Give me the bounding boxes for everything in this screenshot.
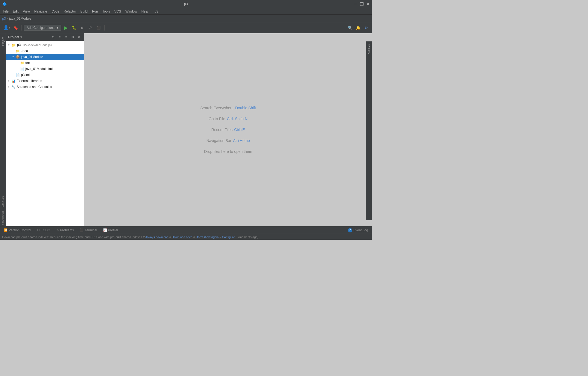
profile-button[interactable]: ⏱ (87, 24, 94, 31)
project-panel-actions: ⊕ ≡ ≡ ⚙ ✕ (50, 34, 82, 40)
menu-edit[interactable]: Edit (11, 9, 21, 14)
hint-recent-text: Recent Files (211, 128, 232, 132)
hint-gotofile-shortcut: Ctrl+Shift+N (227, 117, 247, 121)
coverage-icon: ▶ (81, 26, 84, 30)
tab-profiler[interactable]: 📈 Profiler (100, 227, 121, 233)
idea-expand-toggle[interactable]: › (11, 50, 15, 52)
search-icon: 🔍 (348, 26, 352, 30)
p3-expand-toggle[interactable]: ▾ (7, 44, 10, 46)
stop-button[interactable]: ⬛ (95, 24, 102, 31)
menu-help[interactable]: Help (139, 9, 150, 14)
extlibs-expand-toggle[interactable]: › (7, 80, 10, 82)
panel-close-button[interactable]: ✕ (76, 34, 82, 40)
menu-vcs[interactable]: VCS (112, 9, 123, 14)
p3iml-label: p3.iml (21, 73, 30, 77)
navigate-back-button[interactable]: 🔖 (12, 24, 19, 31)
debug-button[interactable]: 🐛 (71, 24, 78, 31)
title-bar-text: p3 (184, 2, 188, 6)
bottom-tabs: 🔀 Version Control ☑ TODO ⚠ Problems ⬛ Te… (0, 226, 372, 234)
vc-icon: 🔀 (4, 228, 8, 232)
menu-code[interactable]: Code (49, 9, 62, 14)
file-tree: ▾ 📁 p3 D:\Code\ideaCode\p3 › 📁 .idea ▾ 📦… (6, 41, 84, 226)
scratches-icon: 🔧 (11, 85, 16, 89)
breadcrumb-module[interactable]: java_01Module (9, 17, 31, 20)
notification-link-once[interactable]: Download once (172, 235, 192, 239)
tab-terminal-label: Terminal (85, 228, 97, 232)
panel-settings-button[interactable]: ⚙ (70, 34, 75, 40)
hint-search-shortcut: Double Shift (235, 106, 256, 110)
event-log-button[interactable]: 2 Event Log (345, 227, 371, 234)
menu-file[interactable]: File (1, 9, 11, 14)
tab-terminal[interactable]: ⬛ Terminal (77, 227, 100, 233)
menu-tools[interactable]: Tools (100, 9, 112, 14)
project-panel: Project ▾ ⊕ ≡ ≡ ⚙ ✕ ▾ 📁 p3 D:\Code\ideaC… (6, 33, 84, 226)
notifications-button[interactable]: 🔔 (354, 24, 362, 31)
coverage-button[interactable]: ▶ (79, 24, 86, 31)
tree-item-p3-iml[interactable]: 📄 p3.iml (6, 72, 84, 78)
hint-search-text: Search Everywhere (200, 106, 234, 110)
project-dropdown-arrow[interactable]: ▾ (20, 35, 22, 39)
todo-icon: ☑ (37, 228, 40, 232)
menu-refactor[interactable]: Refactor (62, 9, 78, 14)
tree-item-src[interactable]: 📁 src (6, 60, 84, 66)
tree-item-java01module[interactable]: ▾ 📦 java_01Module (6, 54, 84, 60)
tree-item-java01module-iml[interactable]: 📄 java_01Module.iml (6, 66, 84, 72)
minimize-button[interactable]: ─ (354, 2, 358, 6)
hint-navbar-text: Navigation Bar (206, 138, 231, 143)
sidebar-item-structure[interactable]: Structure (0, 193, 6, 210)
menu-view[interactable]: View (21, 9, 32, 14)
tree-item-scratches[interactable]: › 🔧 Scratches and Consoles (6, 84, 84, 90)
scratches-label: Scratches and Consoles (17, 85, 52, 89)
tab-profiler-label: Profiler (108, 228, 118, 232)
tree-item-ext-libs[interactable]: › 📊 External Libraries (6, 78, 84, 84)
p3-folder-icon: 📁 (11, 43, 16, 47)
sidebar-item-database[interactable]: Database (368, 41, 370, 56)
profiler-icon: 📈 (103, 228, 107, 232)
close-button[interactable]: ✕ (366, 2, 370, 6)
run-icon: ▶ (64, 25, 68, 31)
notification-link-always[interactable]: Always download (145, 235, 169, 239)
add-configuration-button[interactable]: Add Configuration... ▾ (24, 25, 61, 31)
account-button[interactable]: 👤 ▾ (2, 24, 11, 31)
sidebar-item-project[interactable]: Project (0, 33, 6, 50)
breadcrumb-project[interactable]: p3 (2, 17, 6, 20)
tree-item-p3[interactable]: ▾ 📁 p3 D:\Code\ideaCode\p3 (6, 42, 84, 48)
java01module-expand-toggle[interactable]: ▾ (11, 56, 15, 58)
project-panel-title: Project ▾ (8, 35, 22, 39)
project-label: p3 (155, 10, 158, 13)
app-icon: 🔷 (2, 2, 7, 6)
restore-button[interactable]: ❐ (360, 2, 364, 6)
menu-build[interactable]: Build (78, 9, 90, 14)
notification-link-configure[interactable]: Configure... (222, 235, 237, 239)
hint-recent-files: Recent Files Ctrl+E (211, 128, 245, 132)
tab-version-control[interactable]: 🔀 Version Control (1, 227, 34, 233)
notification-link-never[interactable]: Don't show again (196, 235, 219, 239)
idea-folder-icon: 📁 (16, 49, 20, 53)
hint-goto-file: Go to File Ctrl+Shift+N (209, 117, 248, 121)
tab-todo-label: TODO (41, 228, 50, 232)
debug-icon: 🐛 (72, 26, 76, 30)
tab-problems-label: Problems (60, 228, 74, 232)
tree-item-idea[interactable]: › 📁 .idea (6, 48, 84, 54)
profile-icon: ⏱ (89, 26, 92, 30)
tab-vc-label: Version Control (9, 228, 31, 232)
settings-icon: ⚙ (365, 26, 368, 30)
run-button[interactable]: ▶ (62, 24, 69, 31)
sidebar-item-bookmarks[interactable]: Bookmarks (0, 210, 6, 226)
locate-button[interactable]: ⊕ (50, 34, 56, 40)
iml-label: java_01Module.iml (25, 67, 53, 71)
compact-button[interactable]: ≡ (57, 34, 62, 40)
config-dropdown-arrow: ▾ (57, 26, 58, 30)
p3-path: D:\Code\ideaCode\p3 (23, 43, 52, 47)
settings-button[interactable]: ⚙ (363, 24, 370, 31)
menu-window[interactable]: Window (123, 9, 139, 14)
iml-file-icon: 📄 (20, 67, 24, 71)
flatten-button[interactable]: ≡ (63, 34, 69, 40)
menu-run[interactable]: Run (90, 9, 100, 14)
p3iml-file-icon: 📄 (16, 73, 20, 77)
tab-todo[interactable]: ☑ TODO (34, 227, 53, 233)
search-everywhere-button[interactable]: 🔍 (346, 24, 353, 31)
menu-navigate[interactable]: Navigate (32, 9, 49, 14)
tab-problems[interactable]: ⚠ Problems (54, 227, 77, 233)
scratches-expand-toggle[interactable]: › (7, 86, 10, 88)
